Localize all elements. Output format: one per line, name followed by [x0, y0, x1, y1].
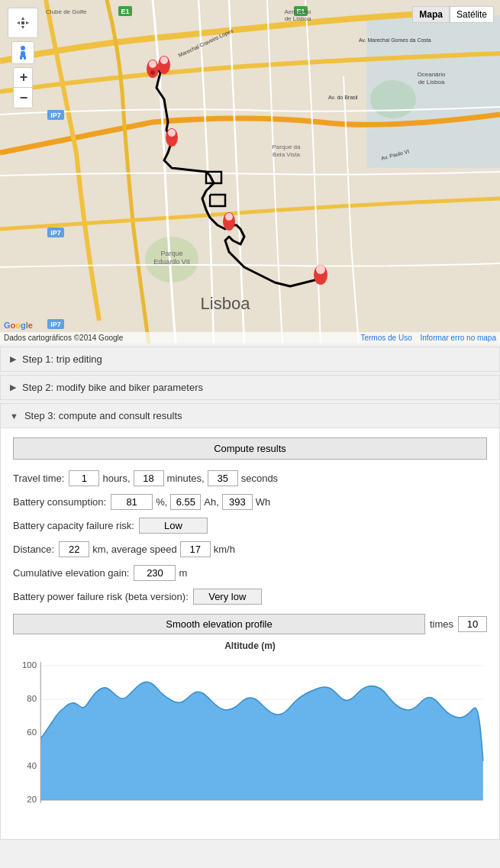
- power-failure-row: Battery power failure risk (beta version…: [13, 589, 487, 605]
- elevation-section: Smooth elevation profile times Altitude …: [13, 614, 487, 830]
- chart-area: 100 80 60 40 20: [13, 654, 487, 822]
- svg-point-2: [370, 80, 416, 118]
- travel-hours-input[interactable]: [69, 470, 99, 486]
- svg-text:Parque da: Parque da: [273, 144, 301, 150]
- battery-ah-input[interactable]: [170, 494, 201, 510]
- svg-text:80: 80: [27, 694, 37, 703]
- battery-consumption-row: Battery consumption: %, Ah, Wh: [13, 494, 487, 510]
- map-controls: + −: [8, 8, 38, 108]
- elevation-unit: m: [179, 567, 187, 579]
- svg-point-8: [160, 56, 168, 64]
- svg-text:Aeroporto: Aeroporto: [284, 8, 311, 15]
- zoom-control: + −: [13, 67, 33, 108]
- step3-toggle: ▼: [10, 411, 18, 421]
- svg-text:IP7: IP7: [50, 321, 61, 328]
- report-link[interactable]: Informar erro no mapa: [421, 334, 497, 342]
- map-attribution: Dados cartográficos ©2014 Google Termos …: [0, 332, 500, 344]
- svg-text:40: 40: [27, 761, 37, 770]
- travel-time-row: Travel time: hours, minutes, seconds: [13, 470, 487, 486]
- smooth-elevation-button[interactable]: Smooth elevation profile: [13, 614, 425, 634]
- ah-unit: Ah,: [204, 496, 219, 508]
- step2-title: Step 2: modify bike and biker parameters: [22, 382, 203, 393]
- svg-marker-42: [26, 21, 29, 24]
- svg-rect-46: [20, 56, 22, 60]
- battery-failure-input[interactable]: [139, 518, 208, 534]
- svg-point-5: [149, 60, 156, 68]
- map-background: Lisboa Parque Eduardo VII Parque da Bela…: [0, 0, 500, 344]
- svg-text:Clube de Golfe: Clube de Golfe: [46, 8, 87, 15]
- travel-seconds-input[interactable]: [208, 470, 238, 486]
- step2-toggle: ▶: [10, 382, 16, 392]
- terms-link[interactable]: Termos de Uso: [360, 334, 411, 342]
- svg-text:IP7: IP7: [50, 111, 61, 119]
- svg-point-10: [168, 129, 176, 137]
- travel-time-label: Travel time:: [13, 473, 64, 484]
- step1-toggle: ▶: [10, 354, 16, 364]
- pegman-control[interactable]: [11, 41, 34, 64]
- map-type-satelite[interactable]: Satélite: [450, 6, 494, 23]
- pan-control[interactable]: [8, 8, 38, 38]
- map-type-buttons: Mapa Satélite: [412, 6, 494, 23]
- svg-point-14: [316, 265, 325, 274]
- step1-section: ▶ Step 1: trip editing: [0, 347, 500, 372]
- svg-text:Av. do Brasil: Av. do Brasil: [328, 95, 358, 100]
- elevation-chart-svg: 100 80 60 40 20: [13, 654, 487, 822]
- distance-row: Distance: km, average speed km/h: [13, 541, 487, 557]
- svg-marker-39: [21, 17, 24, 20]
- svg-rect-47: [24, 56, 26, 60]
- svg-marker-40: [21, 26, 24, 29]
- map-container: Lisboa Parque Eduardo VII Parque da Bela…: [0, 0, 500, 344]
- minutes-unit: minutes,: [167, 473, 205, 484]
- svg-text:Eduardo VII: Eduardo VII: [153, 258, 190, 266]
- distance-label: Distance:: [13, 544, 54, 555]
- svg-rect-43: [21, 21, 24, 24]
- wh-unit: Wh: [256, 496, 271, 508]
- seconds-unit: seconds: [241, 473, 278, 484]
- svg-point-6: [150, 70, 155, 75]
- zoom-in-button[interactable]: +: [14, 68, 33, 88]
- chart-title: Altitude (m): [13, 641, 487, 651]
- step1-title: Step 1: trip editing: [22, 353, 102, 365]
- battery-failure-row: Battery capacity failure risk:: [13, 518, 487, 534]
- svg-text:60: 60: [27, 728, 37, 737]
- step2-header[interactable]: ▶ Step 2: modify bike and biker paramete…: [1, 376, 499, 399]
- svg-text:Parque: Parque: [160, 250, 182, 257]
- svg-text:de Lisboa: de Lisboa: [418, 79, 445, 86]
- power-failure-input[interactable]: [193, 589, 262, 605]
- elevation-gain-row: Cumulative elevation gain: m: [13, 565, 487, 581]
- svg-text:20: 20: [27, 795, 37, 804]
- distance-input[interactable]: [59, 541, 89, 557]
- attribution-text: Dados cartográficos ©2014 Google: [4, 334, 123, 342]
- svg-text:Oceanário: Oceanário: [418, 71, 446, 78]
- svg-text:E1: E1: [121, 8, 129, 15]
- zoom-out-button[interactable]: −: [14, 88, 33, 108]
- battery-percent-input[interactable]: [111, 494, 153, 510]
- km-unit: km, average speed: [92, 544, 177, 555]
- times-input[interactable]: [458, 616, 487, 632]
- map-type-mapa[interactable]: Mapa: [412, 6, 450, 23]
- step1-header[interactable]: ▶ Step 1: trip editing: [1, 347, 499, 371]
- svg-point-44: [21, 46, 25, 50]
- step2-section: ▶ Step 2: modify bike and biker paramete…: [0, 375, 500, 400]
- battery-consumption-label: Battery consumption:: [13, 496, 106, 508]
- svg-point-12: [225, 213, 233, 221]
- elevation-gain-label: Cumulative elevation gain:: [13, 567, 129, 579]
- speed-input[interactable]: [180, 541, 211, 557]
- svg-text:Bela Vista: Bela Vista: [273, 151, 300, 158]
- compute-button[interactable]: Compute results: [13, 437, 487, 460]
- elevation-header: Smooth elevation profile times: [13, 614, 487, 634]
- travel-minutes-input[interactable]: [134, 470, 164, 486]
- svg-text:Lisboa: Lisboa: [201, 294, 251, 313]
- speed-unit: km/h: [214, 544, 235, 555]
- step3-header[interactable]: ▼ Step 3: compute and consult results: [1, 404, 499, 428]
- chart-container: Altitude (m) 100 80 60 40 20: [13, 641, 487, 830]
- svg-text:100: 100: [22, 660, 37, 670]
- step3-section: ▼ Step 3: compute and consult results Co…: [0, 403, 500, 840]
- battery-wh-input[interactable]: [222, 494, 253, 510]
- svg-text:Av. Marechal Gomes da Costa: Av. Marechal Gomes da Costa: [359, 37, 431, 43]
- svg-marker-41: [17, 21, 20, 24]
- elevation-gain-input[interactable]: [134, 565, 176, 581]
- svg-text:IP7: IP7: [50, 229, 61, 237]
- percent-unit: %,: [156, 496, 167, 508]
- step3-content: Compute results Travel time: hours, minu…: [1, 428, 499, 839]
